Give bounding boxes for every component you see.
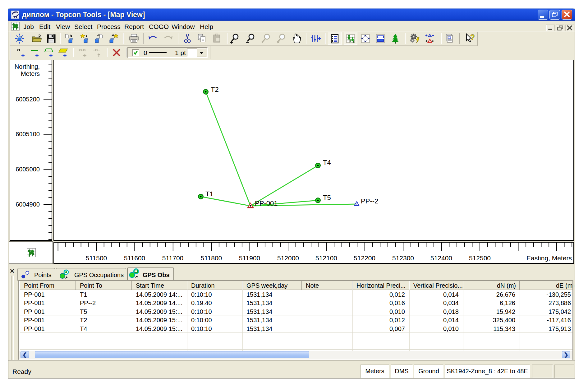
svg-text:PP-001: PP-001	[255, 199, 278, 207]
svg-text:PP--2: PP--2	[361, 197, 378, 205]
svg-text:T5: T5	[323, 194, 331, 202]
svg-text:T2: T2	[211, 86, 219, 93]
svg-text:?: ?	[470, 33, 475, 41]
svg-text:T4: T4	[323, 159, 331, 166]
svg-text:T1: T1	[205, 190, 214, 198]
